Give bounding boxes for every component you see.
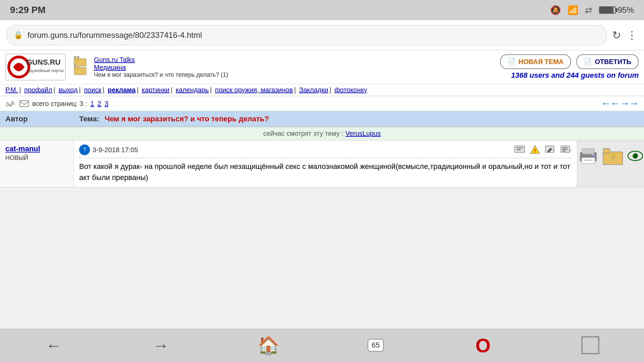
post-date: ? 3-9-2018 17:05 xyxy=(79,144,138,155)
header-right: 📄 НОВАЯ ТЕМА 📄 ОТВЕТИТЬ 1368 users and 2… xyxy=(500,54,639,80)
svg-rect-29 xyxy=(584,160,593,161)
next-page-arrow[interactable]: →→ xyxy=(620,98,639,109)
nav-logout[interactable]: выход xyxy=(58,86,77,94)
svg-text:GUNS.RU: GUNS.RU xyxy=(26,58,60,66)
prev-page-arrow[interactable]: ←← xyxy=(601,98,620,109)
post-text: Вот какой я дурак- на прошлой неделе был… xyxy=(79,161,572,183)
tab-count: 65 xyxy=(368,339,384,352)
edit-icon[interactable] xyxy=(545,145,556,155)
author-name-link[interactable]: cat-manul xyxy=(5,144,68,153)
svg-rect-32 xyxy=(603,148,610,153)
breadcrumb-level1[interactable]: Guns.ru Talks xyxy=(94,56,228,64)
post-actions: ! xyxy=(514,145,572,155)
time-display: 9:29 PM xyxy=(10,5,46,15)
nav-pictures[interactable]: картинки xyxy=(142,86,169,94)
navigation-arrows: ←← →→ xyxy=(601,98,639,109)
breadcrumb-level2[interactable]: Медицина xyxy=(94,64,228,71)
folder-bottom-icon xyxy=(74,65,87,75)
home-button[interactable]: 🏠 xyxy=(255,332,282,359)
viewer-username[interactable]: VerusLupus xyxy=(345,130,381,137)
wifi-icon: 📶 xyxy=(568,5,578,15)
browser-bar: 🔒 forum.guns.ru/forummessage/80/2337416-… xyxy=(0,20,644,50)
svg-point-38 xyxy=(633,154,635,155)
post-right-column xyxy=(577,140,644,187)
page-link-2[interactable]: 2 xyxy=(98,100,101,108)
report-icon[interactable] xyxy=(514,145,525,155)
fullscreen-button[interactable] xyxy=(577,332,604,359)
nav-pm[interactable]: Р.М. xyxy=(5,86,18,94)
print-icon[interactable] xyxy=(578,147,598,165)
post-content-column: ? 3-9-2018 17:05 xyxy=(74,140,577,187)
svg-rect-13 xyxy=(20,101,29,107)
reply-icon: 📄 xyxy=(584,58,592,66)
bookmark-icon[interactable] xyxy=(602,146,624,166)
data-transfer-icon: ⇄ xyxy=(585,5,592,15)
nav-calendar[interactable]: календарь xyxy=(176,86,209,94)
warning-icon[interactable]: ! xyxy=(529,145,541,155)
menu-icon[interactable]: ⋮ xyxy=(627,29,637,42)
eye-icon[interactable] xyxy=(627,149,643,163)
refresh-icon[interactable]: ↻ xyxy=(612,29,621,42)
topic-column-header: Тема: Чем я мог заразиться? и что теперь… xyxy=(74,111,644,127)
nav-bar: Р.М.| профайл| выход| поиск| реклама| ка… xyxy=(0,84,644,96)
nav-search[interactable]: поиск xyxy=(84,86,101,94)
post-status-icon: ? xyxy=(79,144,90,155)
page-link-1[interactable]: 1 xyxy=(91,100,94,108)
battery-percent: 95% xyxy=(618,5,634,15)
quote-icon[interactable] xyxy=(560,145,572,155)
new-topic-button[interactable]: 📄 НОВАЯ ТЕМА xyxy=(500,54,571,69)
opera-button[interactable]: O xyxy=(470,332,496,359)
svg-rect-6 xyxy=(74,56,76,58)
fullscreen-icon xyxy=(580,335,600,355)
nav-weapon-search[interactable]: поиск оружия, магазинов xyxy=(215,86,293,94)
right-icons-row xyxy=(578,146,643,166)
back-button[interactable]: ← xyxy=(40,332,67,359)
post-author-column: cat-manul НОВЫЙ xyxy=(0,140,74,187)
post-datetime: 3-9-2018 17:05 xyxy=(93,146,138,154)
nav-bookmarks[interactable]: Закладки xyxy=(299,86,328,94)
topic-header-row: Автор Тема: Чем я мог заразиться? и что … xyxy=(0,111,644,127)
tabs-button[interactable]: 65 xyxy=(362,332,389,359)
battery-bar xyxy=(599,6,616,14)
lock-icon: 🔒 xyxy=(14,31,23,40)
bottom-nav: ← → 🏠 65 O xyxy=(0,328,644,362)
topic-label: Тема: xyxy=(79,115,99,123)
url-text: forum.guns.ru/forummessage/80/2337416-4.… xyxy=(28,31,600,40)
svg-rect-8 xyxy=(77,56,79,58)
forward-button[interactable]: → xyxy=(148,332,174,359)
notifications-icon: 🔕 xyxy=(550,5,561,15)
topic-table: Автор Тема: Чем я мог заразиться? и что … xyxy=(0,111,644,127)
current-viewers: сейчас смотрят эту тему : VerusLupus xyxy=(0,127,644,140)
breadcrumb: Guns.ru Talks Медицина Чем я мог заразит… xyxy=(91,56,228,78)
back-icon: ← xyxy=(46,336,62,355)
svg-marker-22 xyxy=(570,148,572,153)
header-buttons: 📄 НОВАЯ ТЕМА 📄 ОТВЕТИТЬ xyxy=(500,54,639,69)
author-rank: НОВЫЙ xyxy=(5,155,68,162)
url-bar[interactable]: 🔒 forum.guns.ru/forummessage/80/2337416-… xyxy=(7,25,607,45)
svg-rect-27 xyxy=(582,149,594,154)
svg-point-30 xyxy=(592,154,594,156)
pagination-icons xyxy=(5,99,29,108)
forward-icon: → xyxy=(153,336,169,355)
svg-rect-39 xyxy=(582,337,599,354)
home-icon: 🏠 xyxy=(258,335,279,356)
battery-indicator: 95% xyxy=(599,5,634,15)
svg-text:!: ! xyxy=(534,148,536,153)
reply-button[interactable]: 📄 ОТВЕТИТЬ xyxy=(576,54,639,69)
post-meta-bar: ? 3-9-2018 17:05 xyxy=(79,144,572,158)
pagination-left: всего страниц: 3 : 1 2 3 xyxy=(5,99,108,108)
nav-photocontest[interactable]: фотоконку xyxy=(334,86,367,94)
nav-ads[interactable]: реклама xyxy=(108,86,136,94)
forum-header: GUNS.RU оружейный портал xyxy=(0,50,644,84)
author-column-header: Автор xyxy=(0,111,74,127)
svg-text:оружейный портал: оружейный портал xyxy=(27,68,64,73)
battery-fill xyxy=(600,7,613,13)
new-topic-icon: 📄 xyxy=(507,58,516,66)
users-online-count: 1368 users and 244 guests on forum xyxy=(511,71,639,80)
wave-icon xyxy=(5,99,18,108)
opera-icon: O xyxy=(475,334,490,357)
nav-profile[interactable]: профайл xyxy=(24,86,52,94)
page-link-3[interactable]: 3 xyxy=(105,100,108,108)
status-icons: 🔕 📶 ⇄ 95% xyxy=(550,5,634,15)
page-count-label: всего страниц: 3 : xyxy=(32,100,87,108)
